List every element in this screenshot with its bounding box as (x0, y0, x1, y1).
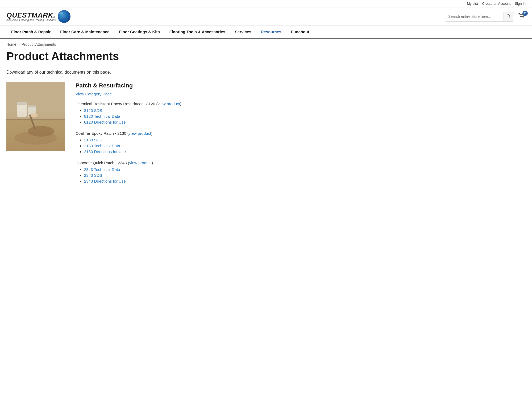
logo-globe-icon (58, 10, 70, 23)
logo-tagline: Innovative Flooring and Roofing Solution… (6, 19, 56, 22)
product-name-text-2130: Coal Tar Epoxy Patch - 2130 (76, 131, 126, 136)
doc-link-2343-technical-data[interactable]: 2343 Technical Data (84, 167, 120, 172)
category-content: Patch & Resurfacing View Category Page C… (76, 82, 526, 190)
doc-list-2130: 2130 SDS 2130 Technical Data 2130 Direct… (76, 138, 526, 154)
list-item: 2130 Directions for Use (84, 149, 526, 154)
list-item: 8120 Directions for Use (84, 120, 526, 125)
list-item: 8120 Technical Data (84, 114, 526, 119)
product-section-2130: Coal Tar Epoxy Patch - 2130 (view produc… (76, 131, 526, 154)
doc-link-8120-technical-data[interactable]: 8120 Technical Data (84, 114, 120, 119)
svg-rect-8 (17, 103, 27, 117)
doc-link-2343-sds[interactable]: 2343 SDS (84, 173, 102, 178)
search-box (445, 12, 514, 22)
header: QUESTMARK. Innovative Flooring and Roofi… (0, 7, 532, 26)
doc-link-2130-directions[interactable]: 2130 Directions for Use (84, 149, 126, 154)
nav-item-floor-care[interactable]: Floor Care & Maintenance (55, 26, 114, 38)
nav-item-punchout[interactable]: Punchout (286, 26, 314, 38)
category-image (6, 82, 65, 151)
nav-item-flooring-tools[interactable]: Flooring Tools & Accessories (165, 26, 230, 38)
product-name-8120: Chemical Resistant Epoxy Resurfacer - 81… (76, 102, 526, 106)
svg-point-7 (28, 126, 54, 137)
product-name-2130: Coal Tar Epoxy Patch - 2130 (view produc… (76, 131, 526, 136)
product-section-8120: Chemical Resistant Epoxy Resurfacer - 81… (76, 102, 526, 125)
content-area: Patch & Resurfacing View Category Page C… (6, 82, 526, 190)
nav-bar: Floor Patch & Repair Floor Care & Mainte… (0, 26, 532, 39)
logo-text: QUESTMARK. Innovative Flooring and Roofi… (6, 12, 56, 22)
category-image-placeholder (6, 82, 65, 151)
svg-line-1 (509, 17, 510, 18)
view-product-link-2130[interactable]: view product (129, 131, 151, 136)
product-name-text-2343: Concrete Quick Patch - 2343 (76, 161, 127, 165)
cart-badge: 31 (522, 11, 528, 16)
breadcrumb-current: Product Attachments (22, 42, 56, 47)
nav-item-services[interactable]: Services (230, 26, 256, 38)
doc-list-8120: 8120 SDS 8120 Technical Data 8120 Direct… (76, 108, 526, 125)
search-icon (506, 14, 511, 18)
svg-rect-4 (6, 82, 65, 151)
view-product-link-2343[interactable]: view product (129, 161, 152, 165)
utility-bar: My List Create an Account Sign In (0, 0, 532, 7)
my-list-link[interactable]: My List (467, 2, 478, 6)
nav-item-floor-patch[interactable]: Floor Patch & Repair (6, 26, 55, 38)
svg-rect-9 (17, 102, 27, 105)
breadcrumb-separator: › (18, 43, 19, 46)
doc-link-8120-directions[interactable]: 8120 Directions for Use (84, 120, 126, 124)
logo-brand: QUESTMARK. (6, 12, 56, 19)
search-button[interactable] (504, 12, 513, 21)
cart-area[interactable]: 31 (518, 12, 526, 21)
svg-rect-5 (6, 119, 65, 151)
sign-in-link[interactable]: Sign In (515, 2, 526, 6)
svg-rect-11 (28, 105, 36, 107)
view-category-link[interactable]: View Category Page (76, 92, 112, 96)
list-item: 2130 SDS (84, 138, 526, 142)
nav-item-floor-coatings[interactable]: Floor Coatings & Kits (114, 26, 164, 38)
svg-point-3 (523, 18, 524, 18)
product-section-2343: Concrete Quick Patch - 2343 (view produc… (76, 161, 526, 184)
breadcrumb: Home › Product Attachments (0, 39, 532, 50)
breadcrumb-home[interactable]: Home (6, 42, 16, 47)
category-title: Patch & Resurfacing (76, 82, 526, 89)
product-name-2343: Concrete Quick Patch - 2343 (view produc… (76, 161, 526, 165)
list-item: 8120 SDS (84, 108, 526, 113)
header-right: 31 (445, 12, 526, 22)
logo-area[interactable]: QUESTMARK. Innovative Flooring and Roofi… (6, 10, 70, 23)
product-name-text-8120: Chemical Resistant Epoxy Resurfacer - 81… (76, 102, 155, 106)
list-item: 2343 SDS (84, 173, 526, 178)
doc-list-2343: 2343 Technical Data 2343 SDS 2343 Direct… (76, 167, 526, 184)
logo-mark: MARK. (32, 11, 56, 19)
logo-quest: QUEST (6, 11, 32, 19)
page-description: Download any of our technical documents … (6, 70, 526, 75)
list-item: 2343 Technical Data (84, 167, 526, 172)
create-account-link[interactable]: Create an Account (482, 2, 511, 6)
doc-link-2130-sds[interactable]: 2130 SDS (84, 138, 102, 142)
svg-rect-10 (28, 106, 36, 117)
category-image-svg (6, 82, 65, 151)
doc-link-2343-directions[interactable]: 2343 Directions for Use (84, 179, 126, 183)
svg-rect-6 (6, 119, 65, 120)
main-content: Product Attachments Download any of our … (0, 50, 532, 201)
svg-point-14 (14, 131, 57, 145)
svg-point-2 (521, 18, 522, 18)
nav-item-resources[interactable]: Resources (256, 26, 286, 38)
doc-link-2130-technical-data[interactable]: 2130 Technical Data (84, 144, 120, 148)
svg-point-13 (31, 113, 38, 117)
page-title: Product Attachments (6, 50, 526, 62)
list-item: 2343 Directions for Use (84, 179, 526, 184)
cart-icon-wrap: 31 (518, 12, 526, 21)
svg-rect-12 (29, 114, 36, 130)
view-product-link-8120[interactable]: view product (157, 102, 180, 106)
search-input[interactable] (445, 12, 504, 21)
doc-link-8120-sds[interactable]: 8120 SDS (84, 108, 102, 113)
list-item: 2130 Technical Data (84, 144, 526, 148)
